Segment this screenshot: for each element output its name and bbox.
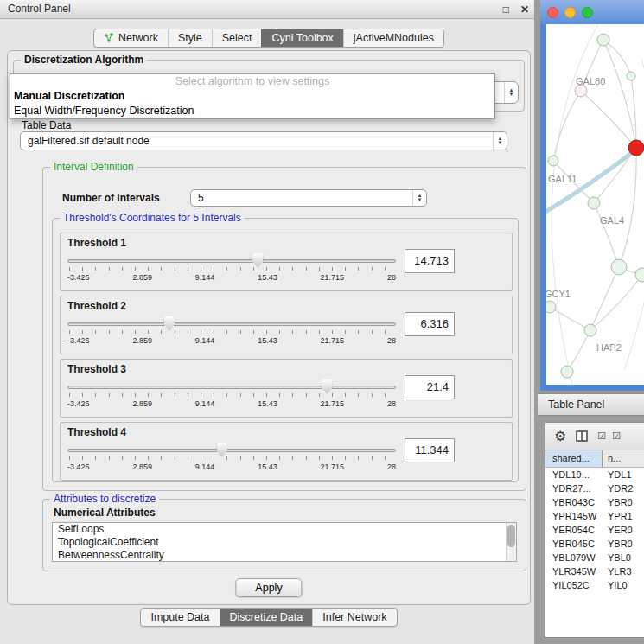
threshold-2-slider[interactable] bbox=[67, 319, 396, 331]
numerical-attributes-list[interactable]: SelfLoops TopologicalCoefficient Between… bbox=[52, 522, 517, 562]
tab-impute-data[interactable]: Impute Data bbox=[141, 609, 219, 626]
node[interactable] bbox=[627, 72, 635, 80]
checkbox-icons[interactable]: ☑ ☑ bbox=[597, 430, 622, 442]
attributes-scrollbar[interactable] bbox=[506, 523, 516, 561]
node[interactable] bbox=[597, 34, 609, 46]
cell[interactable]: YBR0 bbox=[603, 537, 644, 551]
threshold-1-slider[interactable] bbox=[67, 256, 396, 268]
scale-tick-label: 9.144 bbox=[195, 273, 215, 282]
threshold-1-value-field[interactable]: 14.713 bbox=[405, 249, 455, 273]
cell[interactable]: YLR3 bbox=[603, 564, 644, 578]
control-panel-window: Control Panel □ ✕ Network Style Select C… bbox=[0, 0, 538, 644]
dropdown-option-equal-width[interactable]: Equal Width/Frequency Discretization bbox=[10, 104, 494, 118]
network-canvas[interactable]: GAL80 GAL11 GAL4 GCY1 HAP2 bbox=[546, 24, 644, 385]
cell[interactable]: YIL0 bbox=[603, 578, 644, 592]
node[interactable] bbox=[575, 85, 587, 97]
node[interactable] bbox=[588, 197, 600, 209]
table-row[interactable]: YBR043CYBR0 bbox=[545, 495, 644, 509]
number-of-intervals-combobox[interactable]: 5 ▲ ▼ bbox=[190, 189, 427, 207]
tab-cyni-toolbox[interactable]: Cyni Toolbox bbox=[261, 29, 342, 47]
minimize-traffic-icon[interactable] bbox=[564, 7, 576, 18]
zoom-traffic-icon[interactable] bbox=[582, 7, 593, 18]
node[interactable] bbox=[561, 366, 573, 378]
scale-tick-label: 2.859 bbox=[132, 399, 152, 408]
threshold-2-slider-thumb[interactable] bbox=[163, 316, 175, 331]
threshold-3-slider-thumb[interactable] bbox=[322, 379, 333, 394]
list-item-selfloops[interactable]: SelfLoops bbox=[53, 523, 516, 536]
node[interactable] bbox=[635, 268, 644, 282]
control-panel-titlebar[interactable]: Control Panel □ ✕ bbox=[0, 0, 538, 19]
cell[interactable]: YBR043C bbox=[545, 495, 603, 509]
slider-ticks bbox=[69, 456, 394, 460]
cell[interactable]: YDL1 bbox=[603, 468, 644, 481]
tab-jactivemnodules[interactable]: jActiveMNodules bbox=[343, 29, 443, 47]
algorithm-combobox-stepper[interactable]: ▲ ▼ bbox=[504, 82, 518, 103]
table-row[interactable]: YPR145WYPR1 bbox=[545, 509, 644, 523]
table-row[interactable]: YER054CYER0 bbox=[545, 523, 644, 537]
cell[interactable]: YER054C bbox=[545, 523, 603, 537]
cell[interactable]: YDR27... bbox=[545, 481, 603, 495]
columns-icon[interactable] bbox=[576, 430, 588, 442]
cell[interactable]: YER0 bbox=[603, 523, 644, 537]
table-data-combobox[interactable]: galFiltered.sif default node ▲ ▼ bbox=[20, 131, 507, 150]
cell[interactable]: YIL052C bbox=[545, 578, 603, 592]
cell[interactable]: YBL079W bbox=[545, 551, 603, 564]
cell[interactable]: YPR145W bbox=[545, 509, 603, 523]
node[interactable] bbox=[611, 259, 627, 275]
threshold-1-slider-thumb[interactable] bbox=[252, 253, 264, 268]
threshold-3-slider[interactable] bbox=[67, 382, 396, 394]
list-item-betweennesscentrality[interactable]: BetweennessCentrality bbox=[53, 549, 516, 562]
node[interactable] bbox=[546, 301, 556, 313]
threshold-3-value-field[interactable]: 21.4 bbox=[405, 375, 455, 399]
number-of-intervals-stepper[interactable]: ▲ ▼ bbox=[412, 190, 426, 206]
table-row[interactable]: YBL079WYBL0 bbox=[545, 551, 644, 564]
table-data-combobox-stepper[interactable]: ▲ ▼ bbox=[493, 132, 507, 150]
network-window-titlebar[interactable] bbox=[540, 0, 644, 24]
attributes-scrollbar-thumb[interactable] bbox=[507, 525, 515, 547]
network-graph[interactable]: GAL80 GAL11 GAL4 GCY1 HAP2 bbox=[546, 24, 644, 385]
slider-track[interactable] bbox=[67, 259, 396, 263]
tab-discretize-data[interactable]: Discretize Data bbox=[220, 609, 313, 626]
node[interactable] bbox=[548, 156, 558, 166]
table-row[interactable]: YLR345WYLR3 bbox=[545, 564, 644, 578]
tab-style[interactable]: Style bbox=[168, 29, 212, 47]
node[interactable] bbox=[584, 324, 596, 336]
tab-infer-network[interactable]: Infer Network bbox=[312, 609, 396, 626]
cell[interactable]: YPR1 bbox=[603, 509, 644, 523]
cell[interactable]: YDL19... bbox=[545, 468, 603, 481]
tab-select[interactable]: Select bbox=[212, 29, 262, 47]
scale-tick-label: -3.426 bbox=[67, 273, 90, 282]
threshold-4-slider[interactable] bbox=[67, 445, 396, 457]
cell[interactable]: YBL0 bbox=[603, 551, 644, 564]
close-traffic-icon[interactable] bbox=[547, 7, 558, 18]
cell[interactable]: YBR045C bbox=[545, 537, 603, 551]
table-row[interactable]: YDL19...YDL1 bbox=[545, 468, 644, 481]
red-node[interactable] bbox=[628, 140, 644, 156]
tab-network[interactable]: Network bbox=[94, 29, 168, 47]
threshold-4-slider-thumb[interactable] bbox=[216, 443, 227, 457]
list-item-topologicalcoefficient[interactable]: TopologicalCoefficient bbox=[53, 536, 516, 549]
dropdown-option-manual-discretization[interactable]: Manual Discretization bbox=[10, 89, 494, 104]
table-row[interactable]: YIL052CYIL0 bbox=[545, 578, 644, 592]
close-icon[interactable]: ✕ bbox=[520, 1, 529, 19]
table-row[interactable]: YBR045CYBR0 bbox=[545, 537, 644, 551]
slider-track[interactable] bbox=[67, 322, 396, 326]
table-panel-header[interactable]: Table Panel bbox=[538, 393, 644, 416]
gear-icon[interactable]: ⚙ bbox=[554, 428, 566, 444]
cell[interactable]: YDR2 bbox=[603, 481, 644, 495]
scale-tick-label: 21.715 bbox=[321, 462, 345, 471]
threshold-2-value-field[interactable]: 6.316 bbox=[405, 312, 455, 336]
slider-track[interactable] bbox=[67, 386, 396, 389]
apply-button[interactable]: Apply bbox=[235, 578, 302, 597]
column-header-name[interactable]: n... bbox=[603, 450, 644, 468]
scale-tick-label: 28 bbox=[387, 336, 396, 345]
column-header-shared[interactable]: shared... bbox=[545, 450, 603, 468]
cell[interactable]: YLR345W bbox=[545, 564, 603, 578]
threshold-4-value-field[interactable]: 11.344 bbox=[405, 438, 455, 462]
restore-icon[interactable]: □ bbox=[503, 1, 509, 19]
node-table-window: ⚙ ☑ ☑ shared... n... YDL19...YDL1 YDR27.… bbox=[545, 422, 644, 638]
slider-track[interactable] bbox=[67, 449, 396, 452]
cell[interactable]: YBR0 bbox=[603, 495, 644, 509]
table-header-row: shared... n... bbox=[545, 450, 644, 468]
table-row[interactable]: YDR27...YDR2 bbox=[545, 481, 644, 495]
